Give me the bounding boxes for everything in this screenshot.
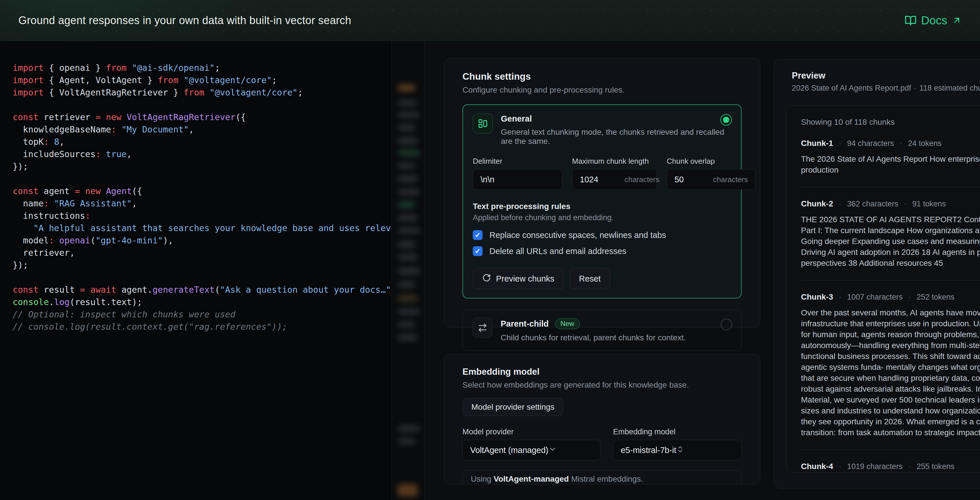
code-line: // Optional: inspect which chunks were u… — [13, 308, 391, 321]
code-editor[interactable]: import { openai } from "@ai-sdk/openai";… — [0, 41, 391, 500]
chunk-settings-subtitle: Configure chunking and pre-processing ru… — [463, 86, 741, 95]
code-line: includeSources: true, — [13, 148, 391, 160]
preview-panel: Preview 2026 State of AI Agents Report.p… — [774, 59, 980, 489]
minimap-blob — [398, 112, 420, 118]
dot-separator: · — [839, 139, 842, 148]
code-line: knowledgeBaseName: "My Document", — [13, 123, 391, 136]
code-line — [13, 271, 391, 284]
docs-link[interactable]: Docs — [905, 14, 962, 27]
chunk-tokens: 252 tokens — [916, 293, 955, 302]
chunk-tokens: 255 tokens — [916, 462, 955, 471]
model-provider-select[interactable]: VoltAgent (managed) — [463, 440, 600, 460]
code-line — [13, 98, 391, 111]
replace-whitespace-checkbox[interactable] — [473, 230, 482, 240]
chunk-characters: 362 characters — [847, 200, 899, 208]
embedding-subtitle: Select how embeddings are generated for … — [463, 381, 741, 390]
chunk-text-line: that are secure when handling proprietar… — [801, 373, 980, 384]
chunk-text-line: The 2026 State of AI Agents Report How e… — [801, 154, 980, 165]
chunk-text-line: Going deeper Expanding use cases and mea… — [801, 236, 980, 247]
general-mode-radio[interactable] — [721, 114, 732, 125]
code-line: }); — [13, 259, 391, 271]
reset-button[interactable]: Reset — [570, 268, 610, 289]
chunk-characters: 94 characters — [847, 139, 894, 148]
chunk-text-line: THE 2026 STATE OF AI AGENTS REPORT2 Cont… — [801, 214, 980, 225]
header: Ground agent responses in your own data … — [0, 0, 980, 41]
minimap-blob — [398, 149, 420, 156]
preview-separator: · — [914, 84, 916, 92]
chunk-overlap-field: Chunk overlap characters — [667, 157, 756, 190]
docs-label: Docs — [921, 14, 947, 27]
delimiter-field: Delimiter — [473, 157, 562, 190]
code-line: instructions: — [13, 210, 391, 222]
rule-row: Delete all URLs and email addresses — [473, 246, 731, 256]
code-line: const retriever = new VoltAgentRagRetrie… — [13, 111, 391, 123]
chunk-text-line: robust against adversarial attacks like … — [801, 384, 980, 395]
preview-file: 2026 State of AI Agents Report.pdf — [792, 84, 911, 92]
chunk-overlap-label: Chunk overlap — [667, 157, 756, 166]
arrows-right-left-icon — [473, 317, 493, 338]
preprocessing-subtitle: Applied before chunking and embedding. — [473, 213, 731, 222]
embedding-model-value: e5-mistral-7b-it — [621, 446, 676, 455]
minimap-blob — [398, 267, 420, 275]
page: Ground agent responses in your own data … — [0, 0, 980, 500]
chunk-settings-panel: Chunk settings Configure chunking and pr… — [444, 58, 760, 327]
arrow-up-right-icon — [952, 16, 962, 25]
chunk-settings-title: Chunk settings — [463, 71, 741, 82]
rule-label: Replace consecutive spaces, newlines and… — [489, 230, 666, 240]
parent-child-mode-card[interactable]: Parent-child New Child chunks for retrie… — [463, 310, 741, 351]
chunk-text-line: Material, we surveyed over 500 technical… — [801, 395, 980, 405]
minimap-blob — [398, 163, 415, 169]
chunk-header: Chunk-3·1007 characters·252 tokens — [801, 292, 980, 302]
note-prefix: Using — [471, 475, 492, 484]
chevrons-up-down-icon — [676, 445, 684, 455]
showing-count: Showing 10 of 118 chunks — [801, 117, 980, 127]
minimap-blob — [398, 281, 415, 288]
embedding-note: Using VoltAgent-managed Mistral embeddin… — [463, 470, 741, 484]
delete-urls-checkbox[interactable] — [473, 246, 482, 256]
minimap-blob — [398, 100, 418, 106]
note-bold: VoltAgent-managed — [494, 475, 569, 484]
chunk-tokens: 91 tokens — [912, 200, 946, 208]
model-provider-settings-button[interactable]: Model provider settings — [463, 398, 563, 416]
delimiter-input[interactable] — [480, 175, 555, 184]
chunk-name: Chunk-4 — [801, 462, 833, 471]
chunk-text-line: they see opportunity in 2026. What emerg… — [801, 416, 980, 427]
minimap-blob — [398, 241, 415, 248]
chunk-preview-card[interactable]: Showing 10 of 118 chunks Chunk-1·94 char… — [786, 105, 980, 473]
code-line: const agent = new Agent({ — [13, 185, 391, 197]
chunk-text-line: infrastructure that enterprises use in p… — [801, 318, 980, 329]
chunk-name: Chunk-3 — [801, 292, 833, 302]
chunk-name: Chunk-2 — [801, 199, 833, 208]
chunk-text-line: production — [801, 165, 980, 175]
parent-child-description: Child chunks for retrieval, parent chunk… — [501, 333, 686, 342]
dot-separator: · — [904, 200, 907, 208]
rule-label: Delete all URLs and email addresses — [489, 246, 626, 256]
dot-separator: · — [900, 139, 902, 148]
main-content: Chunk settings Configure chunking and pr… — [425, 41, 980, 500]
code-line — [13, 173, 391, 185]
minimap-blob — [398, 124, 415, 131]
preprocessing-title: Text pre-processing rules — [473, 202, 731, 211]
dot-separator: · — [839, 200, 842, 208]
max-chunk-length-input[interactable] — [580, 175, 620, 184]
refresh-icon — [482, 273, 491, 284]
max-chunk-length-label: Maximum chunk length — [572, 157, 657, 166]
dot-separator: · — [908, 293, 911, 302]
general-mode-card[interactable]: General General text chunking mode, the … — [463, 104, 741, 298]
preview-estimate: 118 estimated chunks — [920, 84, 980, 92]
code-minimap[interactable] — [391, 41, 425, 500]
minimap-blob — [398, 214, 418, 221]
chunk-overlap-input[interactable] — [675, 175, 706, 184]
code-lines: import { openai } from "@ai-sdk/openai";… — [0, 41, 391, 333]
embedding-model-label: Embedding model — [613, 427, 741, 437]
parent-child-radio[interactable] — [721, 319, 732, 330]
chunk-text-line: Driving AI agent adoption in 2026 18 AI … — [801, 247, 980, 258]
embedding-model-select[interactable]: e5-mistral-7b-it — [613, 440, 741, 460]
general-mode-description: General text chunking mode, the chunks r… — [501, 128, 731, 146]
rule-row: Replace consecutive spaces, newlines and… — [473, 230, 731, 240]
minimap-blob — [398, 137, 418, 144]
minimap-blob — [398, 227, 420, 234]
preview-chunks-button[interactable]: Preview chunks — [473, 268, 564, 289]
minimap-blob — [398, 321, 415, 328]
minimap-blob — [398, 175, 418, 183]
